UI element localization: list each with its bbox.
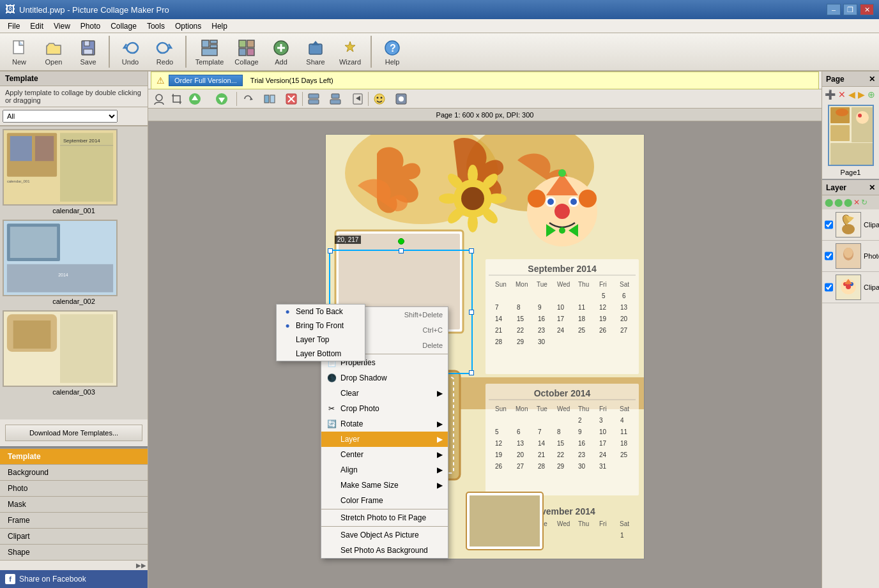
page-delete-button[interactable]: ✕ [838, 89, 846, 100]
ctx-stretch-photo[interactable]: Stretch Photo to Fit Page [321, 510, 448, 525]
svg-rect-50 [309, 94, 319, 98]
rotate-button[interactable] [240, 91, 256, 107]
menu-edit[interactable]: Edit [25, 20, 49, 32]
layer-visible-1[interactable] [825, 220, 833, 229]
sidebar-tab-background[interactable]: Background [0, 465, 148, 481]
help-button[interactable]: ? Help [376, 34, 409, 69]
submenu-layer-bottom[interactable]: Layer Bottom [277, 347, 365, 361]
page-left-button[interactable]: ◀ [848, 89, 855, 100]
svg-text:29: 29 [557, 463, 565, 470]
settings-button[interactable] [393, 91, 409, 107]
ctx-save-object[interactable]: Save Object As Picture [321, 527, 448, 543]
sidebar-tab-mask[interactable]: Mask [0, 497, 148, 513]
svg-text:25: 25 [578, 327, 586, 334]
page-panel-close[interactable]: ✕ [869, 75, 875, 84]
menu-options[interactable]: Options [170, 20, 206, 32]
page-add-button[interactable]: ➕ [825, 89, 836, 100]
add-photo-button[interactable] [187, 91, 203, 107]
rotate-handle[interactable] [398, 238, 404, 245]
layer-visible-2[interactable] [825, 252, 833, 260]
template-item-1[interactable]: September 2014 calendar_001 calendar_001 [3, 129, 145, 215]
page-thumbnail[interactable] [828, 105, 874, 166]
layer-visible-3[interactable] [825, 283, 833, 292]
layer-add-btn[interactable]: ⬤ [825, 198, 833, 207]
submenu-bring-to-front[interactable]: ● Bring To Front [277, 319, 365, 333]
align-center-button[interactable] [327, 91, 344, 107]
ctx-clear[interactable]: Clear ▶ [321, 386, 448, 401]
clipart-button[interactable] [371, 91, 388, 107]
svg-text:5: 5 [602, 292, 606, 299]
handle-tl[interactable] [328, 248, 333, 253]
redo-button[interactable]: Redo [148, 34, 181, 69]
layer-label-clipart1: Clipart [864, 221, 879, 229]
collage-button[interactable]: Collage [230, 34, 263, 69]
open-button[interactable]: Open [37, 34, 70, 69]
layer-del-btn[interactable]: ✕ [853, 198, 860, 207]
download-templates-button[interactable]: Download More Templates... [5, 425, 142, 441]
order-full-version-button[interactable]: Order Full Version... [169, 75, 243, 86]
svg-text:Fri: Fri [599, 405, 607, 412]
move-down-button[interactable] [213, 91, 230, 107]
minimize-button[interactable]: – [827, 4, 841, 15]
flip-button[interactable] [261, 91, 278, 107]
crop-tool-button[interactable] [169, 91, 185, 107]
new-button[interactable]: New [3, 34, 36, 69]
handle-br[interactable] [469, 370, 474, 375]
menu-help[interactable]: Help [206, 20, 233, 32]
submenu-send-to-back[interactable]: ● Send To Back [277, 305, 365, 319]
menu-file[interactable]: File [3, 20, 25, 32]
canvas-area[interactable]: September 2014 Sun Mon Tue Wed Thu Fri S… [148, 121, 822, 588]
save-button[interactable]: Save [72, 34, 105, 69]
handle-tc[interactable] [399, 248, 404, 253]
sidebar-tab-template[interactable]: Template [0, 449, 148, 465]
svg-rect-186 [830, 143, 874, 165]
svg-text:?: ? [390, 43, 396, 54]
handle-tr[interactable] [469, 248, 474, 253]
layer-move-btn[interactable]: ⬤ [844, 198, 852, 207]
align-left-button[interactable] [305, 91, 322, 107]
ctx-rotate[interactable]: 🔄 Rotate ▶ [321, 416, 448, 432]
sidebar-tab-frame[interactable]: Frame [0, 513, 148, 529]
menu-photo[interactable]: Photo [75, 20, 105, 32]
align-right-button[interactable] [349, 91, 365, 107]
layer-panel-close[interactable]: ✕ [869, 183, 875, 192]
sidebar-tab-photo[interactable]: Photo [0, 481, 148, 497]
menu-view[interactable]: View [49, 20, 75, 32]
ctx-center[interactable]: Center ▶ [321, 447, 448, 462]
undo-button[interactable]: Undo [114, 34, 147, 69]
share-button[interactable]: Share [299, 34, 332, 69]
facebook-share-button[interactable]: f Share on Facebook [0, 570, 148, 588]
expand-sidebar-btn[interactable]: ▶▶ [0, 561, 148, 570]
face-tool-button[interactable] [151, 91, 167, 107]
ctx-drop-shadow[interactable]: 🌑 Drop Shadow [321, 370, 448, 386]
template-button[interactable]: Template [190, 34, 229, 69]
handle-mr[interactable] [469, 310, 474, 315]
restore-button[interactable]: ❒ [843, 4, 857, 15]
ctx-align[interactable]: Align ▶ [321, 462, 448, 478]
ctx-layer[interactable]: Layer ▶ [321, 432, 448, 447]
layer-item-photo[interactable]: Photo [822, 241, 879, 272]
menu-collage[interactable]: Collage [105, 20, 142, 32]
template-item-2[interactable]: 2014 calendar_002 [3, 220, 145, 305]
filter-select[interactable]: All [3, 110, 118, 123]
center-area: ⚠ Order Full Version... Trial Version(15… [148, 72, 822, 588]
menu-tools[interactable]: Tools [142, 20, 170, 32]
ctx-crop-photo[interactable]: ✂ Crop Photo [321, 401, 448, 416]
close-button[interactable]: ✕ [860, 4, 874, 15]
add-button[interactable]: Add [264, 34, 298, 69]
layer-item-clipart2[interactable]: Clipart [822, 272, 879, 303]
ctx-same-size[interactable]: Make Same Size ▶ [321, 478, 448, 493]
layer-item-clipart1[interactable]: Clipart [822, 209, 879, 241]
layer-dup-btn[interactable]: ⬤ [834, 198, 843, 207]
delete-object-button[interactable] [283, 91, 300, 107]
page-copy-button[interactable]: ⊕ [868, 89, 875, 100]
sidebar-tab-clipart[interactable]: Clipart [0, 529, 148, 545]
layer-refresh-btn[interactable]: ↻ [861, 198, 868, 207]
page-right-button[interactable]: ▶ [858, 89, 865, 100]
ctx-color-frame[interactable]: Color Frame [321, 493, 448, 508]
wizard-button[interactable]: Wizard [333, 34, 367, 69]
ctx-set-background[interactable]: Set Photo As Background [321, 543, 448, 558]
submenu-layer-top[interactable]: Layer Top [277, 333, 365, 347]
template-item-3[interactable]: calendar_003 [3, 310, 145, 396]
sidebar-tab-shape[interactable]: Shape [0, 545, 148, 561]
